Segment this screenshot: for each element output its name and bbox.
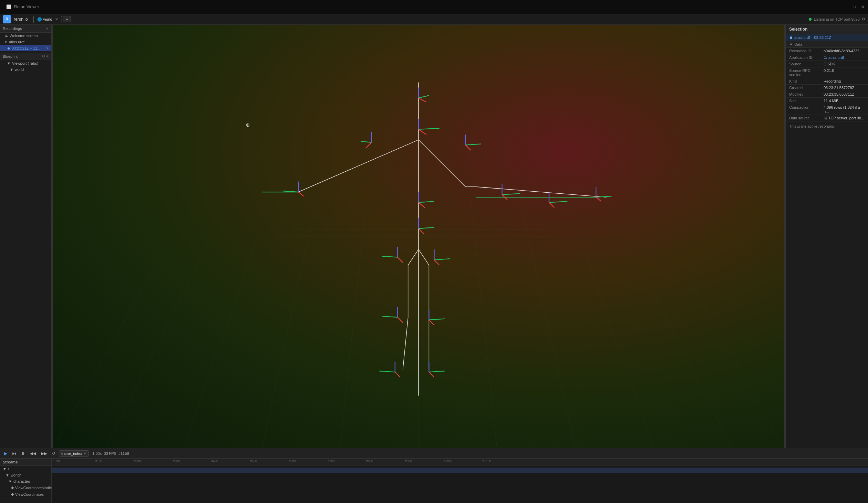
frame-index-selector[interactable]: frame_index ▼: [59, 450, 89, 457]
track-bar-main[interactable]: [52, 468, 868, 473]
svg-line-65: [429, 320, 434, 325]
blueprint-add-btn[interactable]: +: [46, 54, 49, 59]
blueprint-header-btns: ↺ +: [42, 54, 49, 59]
app-name: rerun.io: [14, 17, 28, 22]
data-row-data-source: Data source 🖥 TCP server, port 98...: [786, 115, 868, 122]
world-tab[interactable]: 🌐 world ✕: [33, 16, 62, 23]
tree-item-world[interactable]: ▼ world: [0, 66, 51, 73]
svg-line-28: [403, 317, 408, 369]
viewport-tree-icon: ▼: [7, 61, 11, 65]
svg-line-60: [382, 316, 398, 317]
view-coord-label: ViewCoordinates: [15, 492, 44, 496]
svg-line-41: [366, 143, 371, 148]
ruler-mark-0: #0: [56, 459, 60, 463]
track-bars: [52, 465, 868, 468]
ruler-mark-100: #100: [95, 459, 102, 463]
sidebar-item-atlas[interactable]: ▼ atlas.urdf: [0, 39, 51, 45]
stream-item-view-coord-indicator[interactable]: ◆ ViewCoordinatesIndicator: [0, 484, 51, 491]
tree-item-viewport[interactable]: ▼ Viewport (Tabs): [0, 60, 51, 66]
svg-line-83: [549, 202, 554, 208]
svg-line-63: [429, 319, 445, 320]
world-tab-close[interactable]: ✕: [55, 17, 58, 22]
step-fwd-button[interactable]: ▶▶: [40, 450, 49, 457]
data-source-value: 🖥 TCP server, port 98...: [824, 116, 865, 120]
ruler-mark-600: #600: [289, 459, 296, 463]
settings-icon[interactable]: ⚙: [862, 17, 865, 21]
viewport-tree-label: Viewport (Tabs): [12, 61, 38, 65]
timeline-tracks[interactable]: #0 #100 #200 #300 #400 #500 #600 #700 #8…: [52, 459, 868, 503]
svg-line-69: [429, 371, 445, 372]
add-tab-btn[interactable]: +: [63, 16, 71, 22]
data-expand-icon[interactable]: ▼: [789, 42, 793, 46]
streams-panel: Streams ▼ / ▼ world/ ▼ character/ ◆ View…: [0, 459, 868, 503]
data-row-source: Source C SDK: [786, 61, 868, 67]
viewport-3d[interactable]: ⊕: [53, 25, 784, 448]
step-back-button[interactable]: ◀◀: [29, 450, 38, 457]
ruler-mark-700: #700: [328, 459, 334, 463]
sidebar-item-recording[interactable]: ⏺ 03:23:21Z – 11... ✕: [0, 45, 51, 51]
blueprint-label: Blueprint: [3, 54, 18, 59]
world-tab-icon: 🌐: [37, 17, 42, 22]
svg-line-66: [379, 371, 395, 372]
svg-line-71: [429, 372, 434, 377]
streams-left: Streams ▼ / ▼ world/ ▼ character/ ◆ View…: [0, 459, 52, 503]
stream-item-view-coord[interactable]: ◆ ViewCoordinates: [0, 491, 51, 497]
sidebar-item-welcome[interactable]: ▶ Welcome screen: [0, 33, 51, 39]
recordings-add-btn[interactable]: +: [46, 26, 49, 31]
world-tree-label: world: [15, 67, 24, 72]
recordings-header: Recordings +: [0, 25, 51, 33]
svg-line-54: [382, 256, 398, 257]
svg-line-68: [395, 372, 400, 377]
selected-item-label: atlas.urdf – 03:23:21Z: [794, 35, 831, 40]
stream-item-root[interactable]: ▼ /: [0, 466, 51, 472]
character-icon: ▼: [8, 479, 12, 483]
ruler-mark-200: #200: [134, 459, 141, 463]
left-sidebar: Recordings + ▶ Welcome screen ▼ atlas.ur…: [0, 25, 52, 448]
source-rrd-label: Source RRD version: [789, 69, 824, 77]
svg-line-57: [434, 259, 450, 260]
data-row-kind: Kind Recording: [786, 78, 868, 85]
maximize-btn[interactable]: □: [853, 4, 856, 9]
ruler-mark-300: #300: [173, 459, 180, 463]
minimize-btn[interactable]: ─: [845, 4, 848, 9]
stream-item-character[interactable]: ▼ character/: [0, 478, 51, 484]
blueprint-refresh-btn[interactable]: ↺: [42, 54, 45, 59]
world-stream-icon: ▼: [6, 473, 9, 477]
recording-label: 03:23:21Z – 11...: [12, 46, 40, 50]
selected-recording-item[interactable]: ⏺ atlas.urdf – 03:23:21Z: [786, 34, 868, 41]
svg-line-62: [397, 317, 403, 322]
play-button[interactable]: ▶: [3, 450, 9, 457]
tcp-info: Listening on TCP port 9876 ⚙: [809, 17, 865, 21]
data-section-label: Data: [794, 42, 802, 46]
svg-line-38: [466, 145, 471, 150]
compaction-value: 4,096 rows (1,024 if un...: [824, 105, 865, 114]
loop-button[interactable]: ↺: [51, 450, 57, 457]
data-section-header: ▼ Data: [786, 41, 868, 48]
playback-controls: ▶ ⏮ ⏸ ◀◀ ▶▶ ↺ frame_index ▼ 1.00x 30 FPS…: [0, 448, 868, 459]
root-expand-icon: ▼: [3, 467, 7, 471]
prev-button[interactable]: ⏮: [11, 450, 18, 457]
world-tree-icon: ▼: [10, 67, 13, 72]
source-value: C SDK: [824, 62, 865, 66]
playhead[interactable]: [93, 459, 93, 503]
svg-line-36: [466, 144, 482, 145]
active-recording-note: This is the active recording: [786, 122, 868, 131]
character-label: character/: [13, 479, 30, 483]
selection-panel-header: Selection: [786, 25, 868, 34]
main-layout: Recordings + ▶ Welcome screen ▼ atlas.ur…: [0, 25, 868, 448]
pause-button[interactable]: ⏸: [20, 450, 27, 457]
svg-line-77: [418, 202, 425, 208]
recording-close-icon[interactable]: ✕: [46, 46, 49, 50]
tab-bar: 🌐 world ✕ +: [33, 16, 808, 23]
right-panel: Selection ⏺ atlas.urdf – 03:23:21Z ▼ Dat…: [785, 25, 868, 448]
svg-line-33: [418, 95, 429, 98]
svg-line-78: [502, 194, 520, 195]
stream-item-world[interactable]: ▼ world/: [0, 472, 51, 478]
ruler-mark-500: #500: [250, 459, 257, 463]
recording-id-value: b040cdd6-8e89-433f: [824, 49, 865, 53]
app-logo: R: [3, 15, 11, 23]
world-tab-label: world: [43, 17, 52, 21]
svg-line-74: [418, 129, 426, 135]
close-btn[interactable]: ✕: [861, 4, 865, 9]
svg-line-56: [397, 257, 403, 262]
